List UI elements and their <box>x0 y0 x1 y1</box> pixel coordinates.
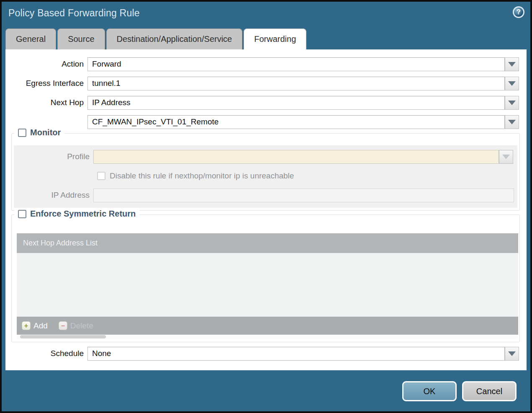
egress-interface-select[interactable]: tunnel.1 <box>87 77 505 90</box>
egress-interface-dropdown-button[interactable] <box>505 77 519 90</box>
symmetric-return-section: Enforce Symmetric Return Next Hop Addres… <box>11 214 520 342</box>
enforce-symmetric-return-checkbox[interactable] <box>18 210 26 218</box>
monitor-checkbox[interactable] <box>18 129 26 137</box>
profile-dropdown-button <box>499 150 513 164</box>
schedule-select[interactable]: None <box>87 347 505 361</box>
chevron-down-icon <box>508 101 516 105</box>
help-icon[interactable]: ? <box>513 6 524 18</box>
next-hop-label: Next Hop <box>5 98 87 107</box>
next-hop-address-list-body[interactable] <box>17 253 518 317</box>
add-button[interactable]: + Add <box>22 321 48 330</box>
tab-forwarding[interactable]: Forwarding <box>244 28 306 49</box>
table-footer-toolbar: + Add − Delete <box>17 317 518 335</box>
monitor-section-title: Monitor <box>30 128 61 137</box>
monitor-section: Monitor Profile Disable this rule if nex… <box>11 133 520 211</box>
next-hop-address-list-header: Next Hop Address List <box>17 233 518 253</box>
next-hop-address-dropdown-button[interactable] <box>505 115 519 129</box>
chevron-down-icon <box>508 81 516 86</box>
chevron-down-icon <box>508 351 516 356</box>
schedule-label: Schedule <box>5 349 87 358</box>
tab-source[interactable]: Source <box>57 28 105 49</box>
tab-bar: General Source Destination/Application/S… <box>5 28 306 49</box>
horizontal-scrollbar[interactable] <box>17 335 518 339</box>
next-hop-address-select[interactable]: CF_MWAN_IPsec_VTI_01_Remote <box>87 115 505 129</box>
policy-based-forwarding-dialog: Policy Based Forwarding Rule ? General S… <box>0 0 532 413</box>
ok-button[interactable]: OK <box>402 381 457 401</box>
monitor-ip-address-input <box>93 188 514 202</box>
schedule-dropdown-button[interactable] <box>505 347 519 361</box>
egress-interface-label: Egress Interface <box>5 79 87 88</box>
plus-icon: + <box>22 321 31 330</box>
next-hop-address-table: Next Hop Address List + Add − Delete <box>17 233 518 339</box>
dialog-title: Policy Based Forwarding Rule <box>8 8 140 19</box>
action-label: Action <box>5 59 87 69</box>
symmetric-return-section-title: Enforce Symmetric Return <box>30 209 136 219</box>
monitor-panel: Profile Disable this rule if nexthop/mon… <box>14 145 517 208</box>
next-hop-type-dropdown-button[interactable] <box>505 96 519 110</box>
disable-rule-label: Disable this rule if nexthop/monitor ip … <box>110 171 294 181</box>
next-hop-type-select[interactable]: IP Address <box>87 96 505 110</box>
action-select[interactable]: Forward <box>87 57 505 71</box>
forwarding-tab-panel: Action Forward Egress Interface tunnel.1… <box>5 49 527 370</box>
chevron-down-icon <box>508 62 516 67</box>
profile-select <box>93 150 499 164</box>
action-dropdown-button[interactable] <box>505 57 519 71</box>
delete-button: − Delete <box>59 321 93 330</box>
monitor-ip-address-label: IP Address <box>14 191 93 200</box>
cancel-button[interactable]: Cancel <box>462 381 517 401</box>
tab-destination-application-service[interactable]: Destination/Application/Service <box>106 28 243 49</box>
profile-label: Profile <box>14 152 93 161</box>
chevron-down-icon <box>508 120 516 124</box>
chevron-down-icon <box>502 155 510 159</box>
minus-icon: − <box>59 321 67 330</box>
scrollbar-thumb[interactable] <box>20 335 106 338</box>
disable-rule-checkbox <box>97 172 105 180</box>
tab-general[interactable]: General <box>5 28 56 49</box>
